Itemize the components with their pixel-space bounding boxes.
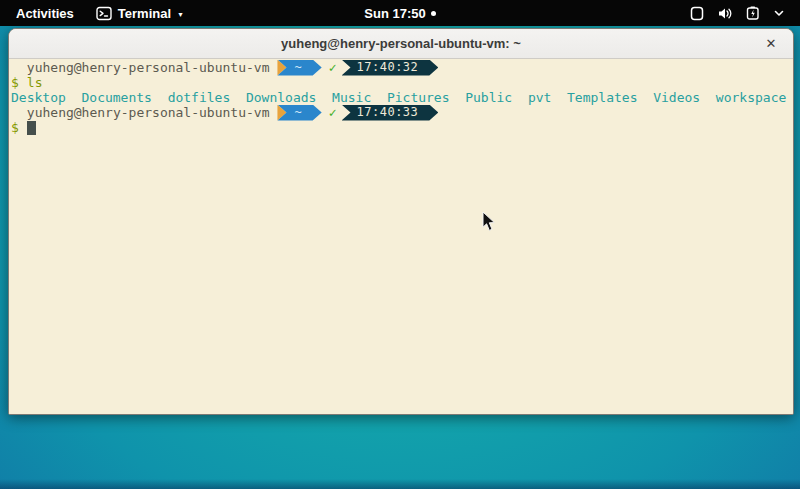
directory-name: Videos [653,90,700,105]
display-icon [690,6,704,21]
time-segment: 17:40:33 [342,105,439,121]
text-cursor [27,121,36,135]
command-text: ls [27,75,43,90]
directory-name: pvt [528,90,551,105]
prompt-host: yuheng@henry-personal-ubuntu-vm [19,60,269,75]
close-icon[interactable]: ✕ [761,34,781,54]
status-check-icon: ✓ [329,105,337,120]
system-status-area[interactable] [690,6,800,21]
activities-button[interactable]: Activities [12,6,78,21]
directory-name: Music [332,90,371,105]
command-line: $ls [11,75,791,90]
powerline-segments: ~✓17:40:33 [277,105,438,121]
volume-icon [717,6,733,21]
chevron-down-icon: ▼ [177,11,184,18]
window-title: yuheng@henry-personal-ubuntu-vm: ~ [281,36,521,51]
directory-name: Templates [567,90,637,105]
clock-button[interactable]: Sun 17:50 [364,6,425,21]
ls-output-line: Desktop Documents dotfiles Downloads Mus… [11,90,791,105]
prompt-char: $ [11,120,19,135]
directory-name: dotfiles [168,90,231,105]
terminal-window: yuheng@henry-personal-ubuntu-vm: ~ ✕ yuh… [8,28,794,415]
app-menu-label: Terminal [118,6,171,21]
powerline-segments: ~✓17:40:32 [277,60,438,76]
chevron-down-icon [774,9,784,17]
status-check-icon: ✓ [329,60,337,75]
terminal-screen[interactable]: yuheng@henry-personal-ubuntu-vm~✓17:40:3… [9,59,793,414]
prompt-host: yuheng@henry-personal-ubuntu-vm [19,105,269,120]
directory-name: Pictures [387,90,450,105]
directory-name: workspace [716,90,786,105]
app-menu-terminal[interactable]: Terminal ▼ [96,6,184,21]
directory-name: Downloads [246,90,316,105]
notification-dot [431,11,436,16]
directory-name: Public [465,90,512,105]
prompt-line-second: yuheng@henry-personal-ubuntu-vm~✓17:40:3… [11,105,791,120]
prompt-line-first: yuheng@henry-personal-ubuntu-vm~✓17:40:3… [11,60,791,75]
gnome-top-bar: Activities Terminal ▼ Sun 17:50 [0,0,800,26]
directory-name: Desktop [11,90,66,105]
window-titlebar[interactable]: yuheng@henry-personal-ubuntu-vm: ~ ✕ [9,29,793,59]
directory-name: Documents [81,90,151,105]
battery-charging-icon [746,6,761,21]
prompt-char: $ [11,75,19,90]
time-segment: 17:40:32 [342,60,439,76]
terminal-icon [96,6,112,21]
current-input-line[interactable]: $ [11,120,791,135]
